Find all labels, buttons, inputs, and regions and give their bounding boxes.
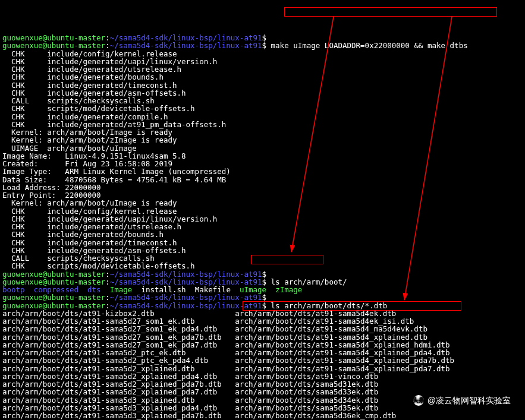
watermark: 头条 @凌云物网智科实验室 <box>413 395 511 406</box>
watermark-badge: 头条 <box>413 395 424 406</box>
highlight-make-command <box>284 7 497 17</box>
terminal[interactable]: guowenxue@ubuntu-master:~/sama5d4-sdk/li… <box>2 34 523 420</box>
cmd-make: make uImage LOADADDR=0x22000000 && make … <box>271 41 468 50</box>
file-zimage: zImage <box>275 285 302 294</box>
